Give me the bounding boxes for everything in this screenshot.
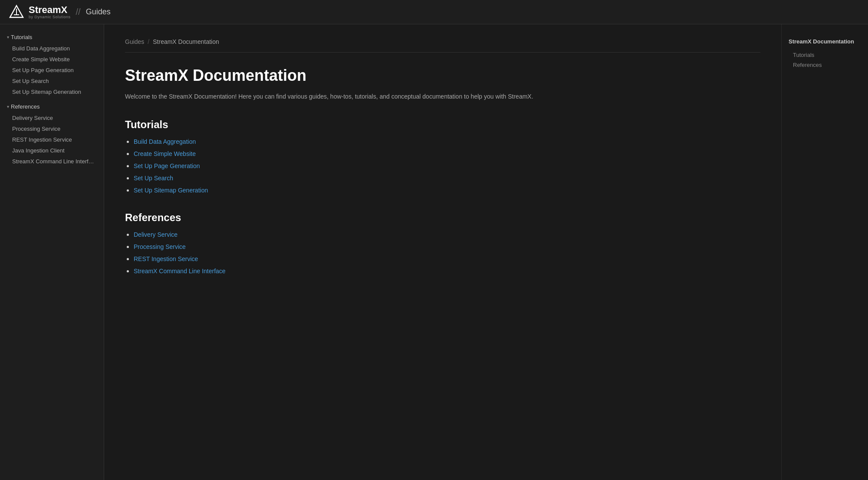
tutorial-link-2[interactable]: Set Up Page Generation [134, 162, 760, 170]
breadcrumb: Guides / StreamX Documentation [125, 38, 760, 53]
breadcrumb-separator: / [148, 38, 149, 45]
header-divider: // [76, 7, 81, 17]
sidebar-tutorials-label: Tutorials [11, 34, 32, 40]
right-sidebar: StreamX Documentation Tutorials Referenc… [781, 24, 868, 480]
logo[interactable]: StreamX by Dynamic Solutions [9, 4, 71, 20]
reference-link-1[interactable]: Processing Service [134, 243, 760, 251]
tutorials-chevron-icon: ▾ [7, 35, 9, 40]
references-list: Delivery Service Processing Service REST… [125, 231, 760, 275]
logo-icon [9, 4, 24, 20]
breadcrumb-current: StreamX Documentation [153, 38, 219, 45]
sidebar-tutorials-header[interactable]: ▾ Tutorials [0, 31, 104, 43]
page-description: Welcome to the StreamX Documentation! He… [125, 92, 760, 101]
header: StreamX by Dynamic Solutions // Guides [0, 0, 868, 24]
sidebar-references-label: References [11, 103, 39, 110]
sidebar-tutorials-item-3[interactable]: Set Up Search [0, 76, 104, 86]
references-heading: References [125, 212, 760, 224]
logo-text: StreamX by Dynamic Solutions [29, 5, 71, 19]
sidebar-references-item-4[interactable]: StreamX Command Line Interface [0, 156, 104, 167]
toc-item-0[interactable]: Tutorials [789, 50, 861, 60]
sidebar-references-section: ▾ References Delivery Service Processing… [0, 101, 104, 167]
tutorial-link-0[interactable]: Build Data Aggregation [134, 138, 760, 146]
tutorial-link-1[interactable]: Create Simple Website [134, 150, 760, 158]
sidebar-references-item-1[interactable]: Processing Service [0, 123, 104, 134]
layout: ▾ Tutorials Build Data Aggregation Creat… [0, 24, 868, 480]
tutorials-list: Build Data Aggregation Create Simple Web… [125, 138, 760, 194]
sidebar-tutorials-item-2[interactable]: Set Up Page Generation [0, 65, 104, 76]
sidebar-references-header[interactable]: ▾ References [0, 101, 104, 113]
reference-link-2[interactable]: REST Ingestion Service [134, 255, 760, 263]
reference-link-3[interactable]: StreamX Command Line Interface [134, 267, 760, 275]
toc-item-1[interactable]: References [789, 60, 861, 70]
references-chevron-icon: ▾ [7, 104, 9, 109]
sidebar-tutorials-item-0[interactable]: Build Data Aggregation [0, 43, 104, 54]
sidebar-tutorials-item-1[interactable]: Create Simple Website [0, 54, 104, 65]
page-title: StreamX Documentation [125, 66, 760, 85]
sidebar-references-item-0[interactable]: Delivery Service [0, 113, 104, 123]
sidebar-references-item-2[interactable]: REST Ingestion Service [0, 134, 104, 145]
sidebar-tutorials-item-4[interactable]: Set Up Sitemap Generation [0, 86, 104, 97]
logo-name: StreamX [29, 5, 71, 15]
header-section: Guides [86, 7, 111, 17]
sidebar: ▾ Tutorials Build Data Aggregation Creat… [0, 24, 104, 480]
toc-title: StreamX Documentation [789, 38, 861, 45]
sidebar-references-item-3[interactable]: Java Ingestion Client [0, 145, 104, 156]
breadcrumb-guides[interactable]: Guides [125, 38, 144, 45]
tutorial-link-3[interactable]: Set Up Search [134, 174, 760, 182]
sidebar-tutorials-section: ▾ Tutorials Build Data Aggregation Creat… [0, 31, 104, 97]
tutorial-link-4[interactable]: Set Up Sitemap Generation [134, 186, 760, 194]
main-content: Guides / StreamX Documentation StreamX D… [104, 24, 868, 480]
reference-link-0[interactable]: Delivery Service [134, 231, 760, 238]
logo-subtitle: by Dynamic Solutions [29, 15, 71, 19]
content-area: Guides / StreamX Documentation StreamX D… [104, 24, 781, 480]
tutorials-heading: Tutorials [125, 119, 760, 131]
